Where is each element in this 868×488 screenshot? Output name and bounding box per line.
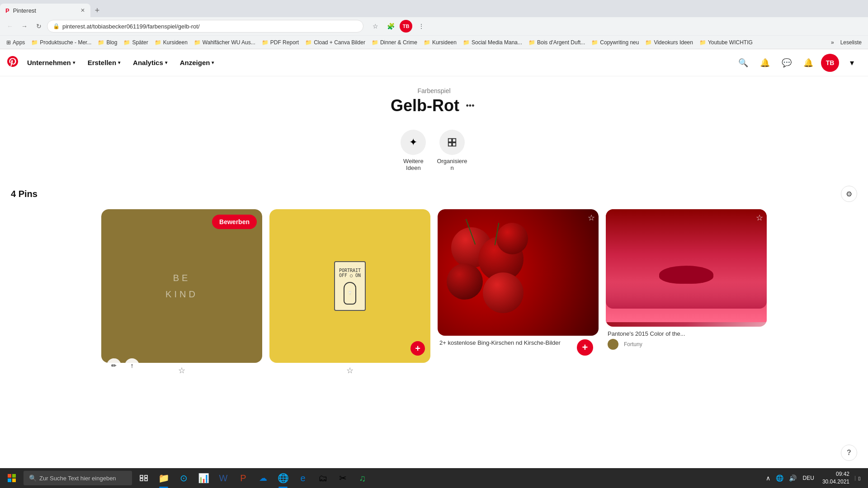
bookmark-copywriting[interactable]: 📁 Copywriting neu xyxy=(589,38,642,47)
search-placeholder: Zur Suche Text hier eingeben xyxy=(39,475,116,482)
pin-add-button-2[interactable]: + xyxy=(410,341,425,356)
active-tab[interactable]: P Pinterest ✕ xyxy=(0,4,90,17)
bookmark-canva[interactable]: 📁 Cload + Canva Bilder xyxy=(302,38,368,47)
help-button[interactable]: ? xyxy=(841,445,857,461)
tray-network[interactable]: 🌐 xyxy=(774,474,785,482)
bookmark-label: Bois d'Argent Duft... xyxy=(537,39,585,46)
chevron-down-icon: ▾ xyxy=(212,60,214,65)
bookmark-spaeter[interactable]: 📁 Später xyxy=(121,38,151,47)
pin-card-4[interactable]: ☆ Pantone's 2015 Color of the... Fortuny xyxy=(606,209,767,378)
taskbar-powerpoint[interactable]: P xyxy=(233,468,253,488)
organisieren-button[interactable] xyxy=(439,130,465,155)
tray-sound[interactable]: 🔊 xyxy=(787,474,798,482)
taskbar-search[interactable]: 🔍 Zur Suche Text hier eingeben xyxy=(24,471,132,485)
organisieren-action[interactable]: Organisieren xyxy=(437,130,467,171)
weitere-ideen-action[interactable]: ✦ WeitereIdeen xyxy=(401,130,426,171)
folder-icon: 📁 xyxy=(424,39,430,46)
pin-author-name: Fortuny xyxy=(624,341,642,347)
bookmark-bois[interactable]: 📁 Bois d'Argent Duft... xyxy=(526,38,588,47)
bookmark-youtube[interactable]: 📁 Youtube WICHTIG xyxy=(697,38,755,47)
bookmark-dinner[interactable]: 📁 Dinner & Crime xyxy=(369,38,420,47)
taskbar-file-explorer[interactable]: 📁 xyxy=(154,468,174,488)
pin-card-2[interactable]: PORTRAITOFF ○ ON 🥛 + ☆ xyxy=(269,209,430,378)
extensions-button[interactable]: 🧩 xyxy=(384,20,397,33)
profile-chevron[interactable]: ▾ xyxy=(843,54,861,72)
nav-label: Unternehmen xyxy=(27,59,71,66)
bookmark-blog[interactable]: 📁 Blog xyxy=(95,38,120,47)
show-desktop-button[interactable]: ▯ xyxy=(855,476,863,481)
tab-close-button[interactable]: ✕ xyxy=(80,7,85,14)
user-avatar[interactable]: TB xyxy=(821,54,839,72)
nav-analytics[interactable]: Analytics ▾ xyxy=(127,55,173,70)
bookmark-label: Wahlfächer WU Aus... xyxy=(203,39,255,46)
nav-anzeigen[interactable]: Anzeigen ▾ xyxy=(175,55,220,70)
messages-button[interactable]: 💬 xyxy=(778,54,796,72)
alerts-button[interactable]: 🔔 xyxy=(799,54,817,72)
pinterest-logo[interactable] xyxy=(7,56,18,70)
back-button[interactable]: ← xyxy=(4,20,16,33)
tray-up-arrow[interactable]: ∧ xyxy=(764,474,772,482)
taskbar-files[interactable]: 🗂 xyxy=(313,468,333,488)
bookmark-pdf[interactable]: 📁 PDF Report xyxy=(259,38,302,47)
bewerben-button[interactable]: Bewerben xyxy=(212,215,257,229)
bookmark-videokurs[interactable]: 📁 Videokurs Ideen xyxy=(642,38,696,47)
pin-edit-button[interactable]: ✏ xyxy=(107,358,121,373)
bookmark-label: Social Media Mana... xyxy=(472,39,522,46)
bookmark-wahlfaecher[interactable]: 📁 Wahlfächer WU Aus... xyxy=(191,38,258,47)
url-bar[interactable]: 🔒 pinterest.at/tobiasbecker061199/farben… xyxy=(47,20,363,33)
pin-edit-actions: ✏ ↑ xyxy=(107,358,139,373)
forward-button[interactable]: → xyxy=(18,20,31,33)
pins-filter-button[interactable]: ⚙ xyxy=(841,186,857,202)
board-header: Farbenspiel Gelb-Rot ••• xyxy=(0,76,868,122)
notifications-button[interactable]: 🔔 xyxy=(756,54,774,72)
tab-favicon: P xyxy=(5,7,9,14)
pin-share-button[interactable]: ↑ xyxy=(125,358,139,373)
bookmark-produktsuche[interactable]: 📁 Produktsuche - Mer... xyxy=(28,38,94,47)
chevron-down-icon: ▾ xyxy=(118,60,120,65)
profile-button[interactable]: TB xyxy=(400,20,412,33)
pin-star-3[interactable]: ☆ xyxy=(588,213,595,223)
bookmark-leseliste[interactable]: Leseliste xyxy=(838,38,864,47)
taskbar-chrome[interactable]: 🌐 xyxy=(273,468,293,488)
bookmark-label: Copywriting neu xyxy=(600,39,639,46)
task-view-button[interactable] xyxy=(134,468,154,488)
taskbar-office[interactable]: 📊 xyxy=(193,468,213,488)
pinterest-nav: Unternehmen ▾ Erstellen ▾ Analytics ▾ An… xyxy=(22,55,219,70)
board-title-row: Gelb-Rot ••• xyxy=(0,96,868,115)
taskbar-cortana[interactable]: ⊙ xyxy=(174,468,193,488)
bookmark-social-media[interactable]: 📁 Social Media Mana... xyxy=(460,38,525,47)
pin-save-star-2[interactable]: ☆ xyxy=(269,363,430,378)
pin-info-3: 2+ kostenlose Bing-Kirschen nd Kirsche-B… xyxy=(438,336,599,352)
new-tab-button[interactable]: + xyxy=(90,4,104,17)
taskbar-spotify[interactable]: ♫ xyxy=(353,468,373,488)
bookmark-button[interactable]: ☆ xyxy=(369,20,382,33)
bookmark-kursideen-2[interactable]: 📁 Kursideen xyxy=(421,38,459,47)
taskbar-word[interactable]: W xyxy=(213,468,233,488)
system-clock[interactable]: 09:42 30.04.2021 xyxy=(819,470,853,486)
taskbar-onedrive[interactable]: ☁ xyxy=(253,468,273,488)
folder-icon: 📁 xyxy=(123,39,130,46)
bookmark-label: Kursideen xyxy=(163,39,188,46)
bookmark-apps[interactable]: ⊞ Apps xyxy=(4,38,28,47)
pin-card-3[interactable]: ☆ 2+ kostenlose Bing-Kirschen nd Kirsche… xyxy=(438,209,599,378)
folder-icon: 📁 xyxy=(31,39,38,46)
nav-erstellen[interactable]: Erstellen ▾ xyxy=(82,55,126,70)
pin-author-avatar xyxy=(608,339,618,350)
pin-star-4[interactable]: ☆ xyxy=(756,213,763,223)
taskbar-snip[interactable]: ✂ xyxy=(333,468,353,488)
bookmark-label: Später xyxy=(132,39,148,46)
more-button[interactable]: ⋮ xyxy=(415,20,428,33)
tray-language[interactable]: DEU xyxy=(800,475,817,481)
board-menu-button[interactable]: ••• xyxy=(463,99,477,113)
weitere-ideen-button[interactable]: ✦ xyxy=(401,130,426,155)
pin-card-1[interactable]: BEKIND Bewerben ✏ ↑ ☆ xyxy=(101,209,262,378)
svg-rect-10 xyxy=(140,479,143,481)
bookmarks-more[interactable]: » xyxy=(828,38,837,47)
nav-unternehmen[interactable]: Unternehmen ▾ xyxy=(22,55,80,70)
taskbar-edge[interactable]: e xyxy=(293,468,313,488)
reload-button[interactable]: ↻ xyxy=(33,20,45,33)
bookmark-kursideen-1[interactable]: 📁 Kursideen xyxy=(152,38,190,47)
pin-add-button-3[interactable]: + xyxy=(577,339,593,356)
search-button[interactable]: 🔍 xyxy=(734,54,752,72)
start-button[interactable] xyxy=(2,468,22,488)
